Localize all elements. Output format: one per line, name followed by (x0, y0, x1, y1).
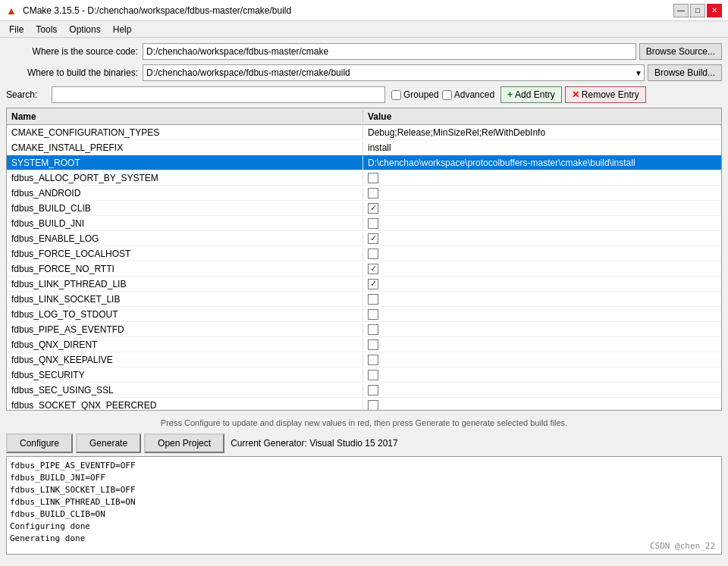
cell-name: fdbus_FORCE_LOCALHOST (7, 247, 363, 261)
table-row[interactable]: fdbus_SOCKET_QNX_PEERCRED (7, 398, 721, 411)
cell-checkbox[interactable] (368, 173, 378, 183)
table-row[interactable]: fdbus_ANDROID (7, 186, 721, 201)
open-project-button[interactable]: Open Project (144, 433, 224, 453)
table-row[interactable]: fdbus_LINK_PTHREAD_LIB (7, 277, 721, 292)
table-row[interactable]: fdbus_FORCE_LOCALHOST (7, 246, 721, 261)
cell-checkbox[interactable] (368, 218, 378, 229)
table-row[interactable]: fdbus_LINK_SOCKET_LIB (7, 292, 721, 307)
col-value-header: Value (363, 110, 721, 124)
table-row[interactable]: fdbus_SECURITY (7, 367, 721, 383)
table-row[interactable]: fdbus_QNX_DIRENT (7, 337, 721, 352)
cell-value (363, 338, 721, 352)
table-row[interactable]: fdbus_FORCE_NO_RTTI (7, 261, 721, 277)
cell-checkbox[interactable] (368, 249, 378, 259)
table-row[interactable]: fdbus_LOG_TO_STDOUT (7, 307, 721, 322)
search-input[interactable] (52, 86, 385, 103)
cell-value (363, 247, 721, 261)
table-row[interactable]: CMAKE_CONFIGURATION_TYPESDebug;Release;M… (7, 125, 721, 140)
cell-name: fdbus_SEC_USING_SSL (7, 383, 363, 397)
search-label: Search: (6, 89, 52, 100)
log-line: fdbus_LINK_SOCKET_LIB=OFF (10, 484, 718, 496)
menu-tools[interactable]: Tools (30, 23, 63, 36)
build-row: Where to build the binaries: D:/chenchao… (6, 64, 722, 82)
table-row[interactable]: fdbus_ALLOC_PORT_BY_SYSTEM (7, 170, 721, 186)
close-button[interactable]: ✕ (707, 4, 722, 17)
cell-checkbox[interactable] (368, 188, 378, 199)
browse-build-button[interactable]: Browse Build... (648, 64, 722, 81)
table-row[interactable]: CMAKE_INSTALL_PREFIXinstall (7, 140, 721, 155)
remove-entry-button[interactable]: ✕ Remove Entry (565, 86, 646, 103)
advanced-checkbox[interactable] (442, 90, 452, 100)
cell-checkbox[interactable] (368, 385, 378, 396)
add-entry-button[interactable]: + Add Entry (500, 86, 562, 103)
maximize-button[interactable]: □ (690, 4, 705, 17)
log-line: Configuring done (10, 521, 718, 533)
configure-button[interactable]: Configure (6, 433, 73, 453)
status-message: Press Configure to update and display ne… (161, 418, 567, 427)
cell-value (363, 217, 721, 230)
plus-icon: + (507, 89, 513, 100)
cell-value (363, 353, 721, 367)
table-header: Name Value (7, 108, 721, 125)
table-body: CMAKE_CONFIGURATION_TYPESDebug;Release;M… (7, 125, 721, 411)
table-row[interactable]: fdbus_QNX_KEEPALIVE (7, 352, 721, 367)
grouped-checkbox[interactable] (391, 90, 401, 100)
log-line: fdbus_LINK_PTHREAD_LIB=ON (10, 496, 718, 508)
cell-value (363, 399, 721, 411)
cell-checkbox[interactable] (368, 203, 378, 214)
cell-checkbox[interactable] (368, 400, 378, 411)
cell-name: fdbus_ANDROID (7, 186, 363, 200)
menu-file[interactable]: File (3, 23, 30, 36)
source-input[interactable] (143, 43, 636, 60)
cell-checkbox[interactable] (368, 264, 378, 274)
cell-checkbox[interactable] (368, 324, 378, 335)
log-body: fdbus_PIPE_AS_EVENTFD=OFFfdbus_BUILD_JNI… (10, 460, 718, 545)
menu-help[interactable]: Help (107, 23, 138, 36)
log-area[interactable]: fdbus_PIPE_AS_EVENTFD=OFFfdbus_BUILD_JNI… (6, 456, 722, 555)
cell-checkbox[interactable] (368, 309, 378, 320)
title-bar-text: CMake 3.15.5 - D:/chenchao/workspace/fdb… (23, 5, 673, 16)
cell-name: fdbus_ENABLE_LOG (7, 232, 363, 245)
cell-name: fdbus_ALLOC_PORT_BY_SYSTEM (7, 171, 363, 185)
menu-bar: File Tools Options Help (0, 21, 728, 38)
cell-value (363, 368, 721, 382)
table-row[interactable]: SYSTEM_ROOTD:\chenchao\workspace\protoco… (7, 155, 721, 170)
cell-checkbox[interactable] (368, 370, 378, 380)
generate-button[interactable]: Generate (76, 433, 141, 453)
dropdown-arrow-icon[interactable]: ▼ (635, 69, 642, 77)
cell-name: fdbus_BUILD_JNI (7, 217, 363, 230)
grouped-checkbox-label[interactable]: Grouped (391, 89, 439, 100)
table-row[interactable]: fdbus_BUILD_JNI (7, 216, 721, 231)
cell-value (363, 277, 721, 291)
menu-options[interactable]: Options (63, 23, 106, 36)
app-icon: ▲ (6, 5, 18, 17)
window-controls: — □ ✕ (673, 4, 722, 17)
minimize-button[interactable]: — (673, 4, 689, 17)
cell-checkbox[interactable] (368, 355, 378, 365)
status-bar: Press Configure to update and display ne… (0, 415, 728, 430)
x-icon: ✕ (572, 89, 579, 100)
cell-name: fdbus_LINK_PTHREAD_LIB (7, 277, 363, 291)
cell-value (363, 171, 721, 185)
cell-checkbox[interactable] (368, 339, 378, 350)
cell-checkbox[interactable] (368, 294, 378, 305)
cell-name: CMAKE_CONFIGURATION_TYPES (7, 126, 363, 139)
table-row[interactable]: fdbus_BUILD_CLIB (7, 201, 721, 216)
table-row[interactable]: fdbus_SEC_USING_SSL (7, 383, 721, 398)
cell-value (363, 292, 721, 306)
table-row[interactable]: fdbus_PIPE_AS_EVENTFD (7, 322, 721, 337)
cell-checkbox[interactable] (368, 279, 378, 289)
browse-source-button[interactable]: Browse Source... (639, 43, 722, 60)
cell-checkbox[interactable] (368, 233, 378, 244)
cell-name: fdbus_SECURITY (7, 368, 363, 382)
cell-value (363, 383, 721, 397)
advanced-checkbox-label[interactable]: Advanced (442, 89, 494, 100)
cell-name: fdbus_LINK_SOCKET_LIB (7, 292, 363, 306)
config-table: Name Value CMAKE_CONFIGURATION_TYPESDebu… (6, 108, 722, 411)
log-line: fdbus_PIPE_AS_EVENTFD=OFF (10, 460, 718, 472)
table-row[interactable]: fdbus_ENABLE_LOG (7, 231, 721, 246)
build-label: Where to build the binaries: (6, 67, 143, 78)
action-row: Configure Generate Open Project Current … (0, 430, 728, 456)
title-bar: ▲ CMake 3.15.5 - D:/chenchao/workspace/f… (0, 0, 728, 21)
log-line: Generating done (10, 533, 718, 545)
